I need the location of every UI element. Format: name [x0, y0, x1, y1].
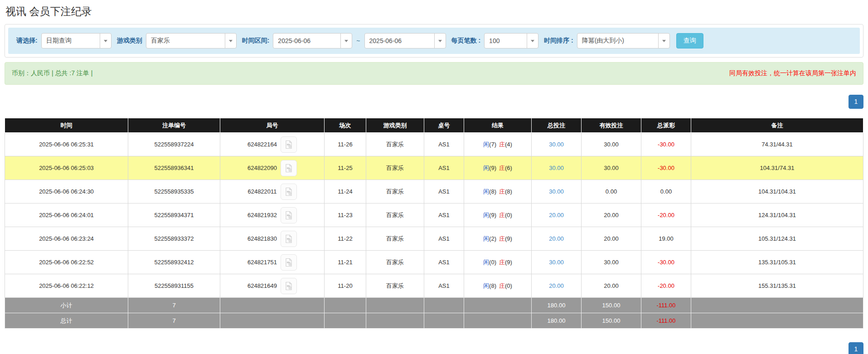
header-remark: 备注	[691, 118, 863, 133]
video-replay-button[interactable]	[281, 207, 297, 223]
page-size-label: 每页笔数 :	[451, 37, 481, 45]
total-bet-link[interactable]: 20.00	[549, 212, 564, 218]
cell-payout: -20.00	[641, 274, 691, 298]
result-player-label: 闲	[483, 141, 489, 148]
cell-round-id: 624822090	[220, 156, 325, 180]
video-replay-button[interactable]	[281, 254, 297, 271]
result-banker-score: (9)	[505, 235, 512, 242]
cell-payout: -30.00	[641, 251, 691, 274]
round-id-value: 624821649	[247, 282, 277, 289]
total-bet-link[interactable]: 20.00	[549, 282, 564, 289]
cell-remark: 124.31/104.31	[691, 204, 863, 227]
date-from-select[interactable]: 2025-06-06	[273, 33, 352, 48]
cell-round-id: 624821751	[220, 251, 325, 274]
total-valid-bet: 150.00	[582, 313, 641, 329]
cell-round-id: 624821649	[220, 274, 325, 298]
video-replay-button[interactable]	[281, 278, 297, 294]
table-row: 2025-06-06 06:23:24 522558933372 6248218…	[5, 227, 863, 251]
result-player-score: (7)	[489, 141, 496, 148]
video-file-icon	[284, 187, 293, 196]
result-banker-label: 庄	[499, 165, 505, 171]
time-sort-label: 时间排序 :	[544, 37, 573, 45]
filter-bar: 请选择: 日期查询 游戏类别 百家乐 时间区间: 2025-06-06 ~ 20…	[8, 28, 860, 54]
header-time: 时间	[5, 118, 128, 133]
round-id-value: 624821932	[247, 212, 277, 218]
cell-time: 2025-06-06 06:22:12	[5, 274, 128, 298]
video-file-icon	[284, 234, 293, 243]
cell-table-no: AS1	[424, 180, 464, 204]
video-replay-button[interactable]	[281, 231, 297, 247]
subtotal-row: 小计 7 180.00 150.00 -111.00	[5, 298, 863, 313]
round-id-value: 624822011	[247, 188, 276, 195]
header-payout: 总派彩	[641, 118, 691, 133]
result-player-score: (9)	[489, 165, 496, 171]
page-1-button[interactable]: 1	[849, 95, 863, 109]
result-banker-score: (9)	[505, 259, 512, 266]
total-bet-link[interactable]: 20.00	[549, 235, 564, 242]
video-file-icon	[284, 211, 293, 220]
search-button[interactable]: 查询	[676, 33, 703, 48]
cell-round-id: 624822164	[220, 133, 325, 156]
total-row: 总计 7 180.00 150.00 -111.00	[5, 313, 863, 329]
result-player-label: 闲	[483, 188, 489, 195]
video-replay-button[interactable]	[281, 136, 297, 153]
date-from-value: 2025-06-06	[273, 37, 340, 44]
same-round-notice: 同局有效投注，统一计算在该局第一张注单内	[729, 69, 856, 78]
result-banker-label: 庄	[499, 259, 505, 266]
chevron-down-icon	[658, 34, 669, 48]
total-count: 7	[128, 313, 220, 329]
total-bet-link[interactable]: 30.00	[549, 141, 564, 148]
cell-remark: 74.31/44.31	[691, 133, 863, 156]
cell-session: 11-26	[325, 133, 366, 156]
header-session: 场次	[325, 118, 366, 133]
result-banker-score: (0)	[505, 212, 512, 218]
cell-total-bet: 20.00	[532, 274, 582, 298]
video-replay-button[interactable]	[281, 160, 297, 176]
round-id-value: 624822164	[247, 141, 277, 148]
cell-result: 闲(7)庄(4)	[464, 133, 532, 156]
header-round-id: 局号	[220, 118, 325, 133]
game-type-label: 游戏类别	[117, 37, 142, 45]
cell-game-type: 百家乐	[366, 156, 424, 180]
result-banker-score: (6)	[505, 165, 512, 171]
result-banker-score: (0)	[505, 282, 512, 289]
video-file-icon	[284, 258, 293, 267]
chevron-down-icon	[100, 34, 111, 48]
time-sort-select[interactable]: 降冪(由大到小)	[577, 33, 670, 48]
date-to-select[interactable]: 2025-06-06	[364, 33, 446, 48]
result-player-label: 闲	[483, 235, 489, 242]
cell-valid-bet: 0.00	[582, 180, 641, 204]
game-type-select[interactable]: 百家乐	[146, 33, 237, 48]
cell-round-id: 624822011	[220, 180, 325, 204]
result-player-score: (0)	[489, 259, 496, 266]
video-file-icon	[284, 164, 293, 173]
result-banker-score: (4)	[505, 141, 512, 148]
cell-bet-id: 522558934371	[128, 204, 220, 227]
pagination-bottom: 1	[5, 342, 863, 354]
cell-valid-bet: 30.00	[582, 133, 641, 156]
cell-total-bet: 20.00	[532, 227, 582, 251]
game-type-value: 百家乐	[146, 37, 225, 45]
result-banker-label: 庄	[499, 141, 505, 148]
result-player-score: (8)	[489, 282, 496, 289]
chevron-down-icon	[340, 34, 352, 48]
video-file-icon	[284, 281, 293, 291]
video-replay-button[interactable]	[281, 184, 297, 200]
cell-table-no: AS1	[424, 156, 464, 180]
page-1-button[interactable]: 1	[849, 342, 863, 354]
pagination-top: 1	[5, 95, 863, 109]
cell-valid-bet: 20.00	[582, 274, 641, 298]
query-type-select[interactable]: 日期查询	[41, 33, 112, 48]
total-bet-link[interactable]: 30.00	[549, 259, 564, 266]
round-id-value: 624821830	[247, 235, 277, 242]
cell-payout: 19.00	[641, 227, 691, 251]
query-type-label: 请选择:	[16, 37, 38, 45]
total-bet-link[interactable]: 30.00	[549, 165, 564, 171]
cell-game-type: 百家乐	[366, 133, 424, 156]
total-bet-link[interactable]: 30.00	[549, 188, 564, 195]
table-row: 2025-06-06 06:25:03 522558936341 6248220…	[5, 156, 863, 180]
cell-time: 2025-06-06 06:22:52	[5, 251, 128, 274]
video-file-icon	[284, 140, 293, 149]
cell-table-no: AS1	[424, 204, 464, 227]
page-size-select[interactable]: 100	[484, 33, 538, 48]
